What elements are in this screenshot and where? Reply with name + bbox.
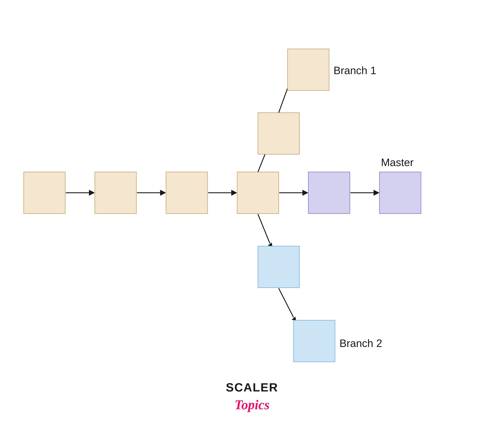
- box-branch1-2: [287, 49, 329, 91]
- arrow-branch2-1: [258, 214, 270, 243]
- diagram-container: Branch 1 Master Branch 2 SCALER Topics: [0, 0, 504, 426]
- branch1-label: Branch 1: [334, 64, 376, 76]
- box-main-1: [24, 172, 65, 213]
- arrowhead-1-2: [89, 190, 95, 196]
- logo-scaler: SCALER: [226, 381, 278, 394]
- box-branch2-2: [294, 320, 335, 362]
- arrowhead-5-6: [374, 190, 379, 196]
- box-branch-point: [237, 172, 279, 213]
- box-main-2: [95, 172, 136, 213]
- diagram-svg: Branch 1 Master Branch 2 SCALER Topics: [0, 0, 504, 426]
- box-branch1-1: [258, 113, 300, 154]
- branch2-label: Branch 2: [339, 337, 382, 349]
- arrowhead-4-5: [302, 190, 308, 196]
- master-label: Master: [381, 156, 413, 168]
- arrowhead-2-3: [160, 190, 166, 196]
- box-branch2-1: [258, 246, 300, 288]
- arrow-branch2-2: [279, 288, 294, 317]
- box-master-1: [308, 172, 350, 213]
- logo-topics: Topics: [235, 397, 270, 412]
- box-main-3: [166, 172, 208, 213]
- arrowhead-3-4: [231, 190, 237, 196]
- box-master-2: [379, 172, 421, 213]
